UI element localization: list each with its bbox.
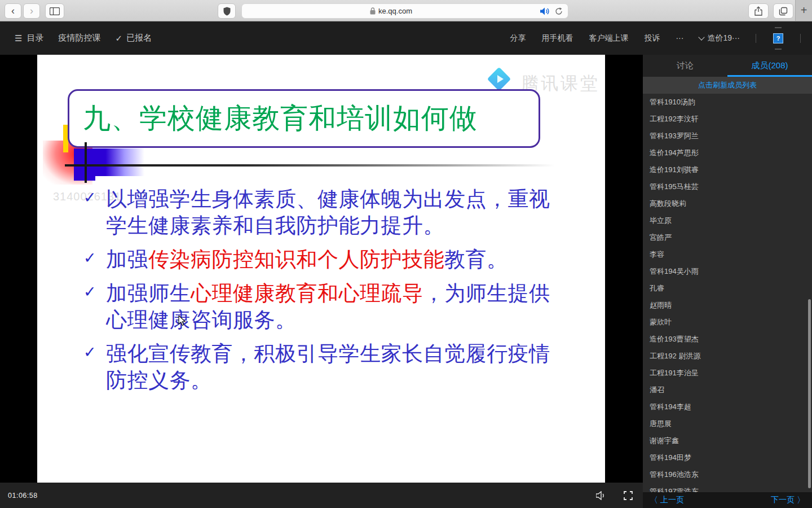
member-name: 孔睿 [650, 283, 664, 294]
header-action[interactable]: 投诉 [644, 33, 660, 43]
member-list-item: 工程192李汶轩 [643, 111, 812, 128]
member-list-item: 孔睿 [643, 280, 812, 297]
header-action[interactable]: ··· [676, 33, 683, 43]
next-page-label: 下一页 [771, 495, 795, 505]
member-name: 谢谢宇鑫 [650, 436, 679, 446]
member-list-item: 蒙欣叶 [643, 314, 812, 331]
toc-button[interactable]: ☰ 目录 [15, 33, 43, 43]
lock-icon [370, 7, 376, 15]
sidebar-toggle-button[interactable] [45, 3, 64, 19]
reload-icon[interactable] [555, 7, 563, 15]
address-bar[interactable]: ke.qq.com [241, 3, 568, 19]
member-list-item: 毕立原 [643, 212, 812, 229]
sidebar: 讨论 成员(208) 点击刷新成员列表 管科1910汤韵 工程192李汶轩 管科… [643, 55, 812, 508]
browser-toolbar: ‹ › [0, 0, 812, 21]
member-name: 造价193曹望杰 [650, 334, 699, 344]
member-list[interactable]: 管科1910汤韵 工程192李汶轩 管科193罗阿兰 造价194芦思彤 造价19… [643, 94, 812, 492]
header-action[interactable]: 用手机看 [541, 33, 573, 43]
divider [800, 34, 801, 43]
forward-button[interactable]: › [23, 3, 40, 19]
bullet-text-segment: 强化宣传教育，积极引导学生家长自觉履行疫情防控义务。 [106, 342, 550, 392]
shield-icon [223, 7, 231, 16]
slide-title-box: 九、学校健康教育和培训如何做 [68, 89, 540, 148]
share-icon [754, 6, 762, 16]
sidebar-tab[interactable]: 成员(208) [727, 55, 812, 77]
privacy-shield-button[interactable] [218, 3, 236, 19]
sidebar-tab[interactable]: 讨论 [643, 55, 727, 77]
bullet-text: 加强传染病防控知识和个人防护技能教育。 [106, 246, 551, 273]
enrolled-label: 已报名 [126, 33, 152, 43]
member-list-item: 李容 [643, 246, 812, 263]
fullscreen-icon[interactable] [624, 491, 633, 500]
new-tab-button[interactable]: + [795, 0, 812, 21]
bullet-text-segment: 加强师生 [106, 282, 191, 305]
member-name: 工程192李汶轩 [650, 114, 699, 124]
angle-left-icon: 〈 [650, 495, 658, 506]
audio-playing-icon[interactable] [540, 7, 550, 15]
member-list-item: 造价194芦思彤 [643, 144, 812, 161]
course-title: 疫情防控课 [58, 33, 100, 43]
member-list-item: 管科1910汤韵 [643, 94, 812, 111]
member-list-item: 工程191李治呈 [643, 365, 812, 382]
volume-icon[interactable] [596, 491, 607, 500]
slide-bullet: ✓ 以增强学生身体素质、健康体魄为出发点，重视学生健康素养和自我防护能力提升。 [83, 186, 568, 239]
hamburger-icon: ☰ [15, 33, 22, 43]
url-text: ke.qq.com [378, 7, 412, 15]
bullet-text: 加强师生心理健康教育和心理疏导，为师生提供心理健康咨询服务。 [106, 280, 551, 333]
checkmark-icon: ✓ [83, 246, 106, 273]
header-action[interactable]: 分享 [510, 33, 526, 43]
chevron-down-icon [699, 34, 705, 40]
header-action[interactable]: 客户端上课 [589, 33, 628, 43]
mouse-cursor-icon [178, 316, 186, 327]
enrolled-badge: ✓ 已报名 [115, 33, 152, 43]
share-page-button[interactable] [748, 3, 769, 19]
member-list-item: 赵雨晴 [643, 297, 812, 314]
decoration-vertical-line [85, 142, 87, 183]
decoration-horizontal-line [65, 164, 575, 167]
member-list-item: 管科196池浩东 [643, 466, 812, 483]
video-viewer[interactable]: 腾讯课堂 3140026131 九、学校健康教育和培训如何做 ✓ 以增强学生身体… [0, 55, 643, 483]
account-dropdown[interactable]: 造价19··· [699, 33, 740, 43]
next-page-button[interactable]: 下一页 〉 [771, 495, 805, 506]
member-list-item: 高数段晓莉 [643, 195, 812, 212]
back-button[interactable]: ‹ [5, 3, 21, 19]
bullet-text-segment: 教育。 [444, 248, 508, 271]
member-list-item: 管科197雷浩东 [643, 483, 812, 492]
check-icon: ✓ [115, 33, 122, 43]
slide-bullet: ✓ 强化宣传教育，积极引导学生家长自觉履行疫情防控义务。 [83, 340, 568, 393]
sidebar-tabs: 讨论 成员(208) [643, 55, 812, 77]
member-pagination: 〈 上一页 下一页 〉 [643, 492, 812, 508]
checkmark-icon: ✓ [83, 340, 106, 393]
member-name: 管科195马桂芸 [650, 182, 699, 192]
member-name: 宫皓严 [650, 233, 672, 243]
member-list-item: 造价193曹望杰 [643, 331, 812, 348]
refresh-members-button[interactable]: 点击刷新成员列表 [643, 77, 812, 94]
member-name: 潘召 [650, 385, 664, 395]
member-name: 工程191李治呈 [650, 368, 699, 378]
sidebar-toggle-icon [50, 7, 60, 15]
bullet-text-segment: 加强 [106, 248, 148, 271]
member-name: 管科196池浩东 [650, 470, 699, 480]
presentation-slide: 腾讯课堂 3140026131 九、学校健康教育和培训如何做 ✓ 以增强学生身体… [37, 55, 605, 483]
member-name: 管科1910汤韵 [650, 97, 695, 107]
prev-page-button[interactable]: 〈 上一页 [650, 495, 684, 506]
divider [775, 27, 782, 28]
member-name: 唐思展 [650, 419, 672, 429]
account-label: 造价19··· [707, 33, 740, 43]
bullet-text-segment: 以增强学生身体素质、健康体魄为出发点，重视学生健康素养和自我防护能力提升。 [106, 187, 550, 237]
member-list-item: 管科194李超 [643, 398, 812, 415]
avatar: ? [772, 27, 784, 50]
member-list-item: 潘召 [643, 382, 812, 398]
prev-page-label: 上一页 [660, 495, 684, 505]
member-list-item: 管科195马桂芸 [643, 178, 812, 195]
bullet-text: 以增强学生身体素质、健康体魄为出发点，重视学生健康素养和自我防护能力提升。 [106, 186, 551, 239]
slide-bullet: ✓ 加强传染病防控知识和个人防护技能教育。 [83, 246, 568, 273]
member-list-item: 管科194吴小雨 [643, 263, 812, 280]
scrollbar-thumb[interactable] [808, 299, 811, 488]
divider [756, 34, 756, 43]
divider [775, 49, 782, 50]
tab-overview-button[interactable] [773, 3, 793, 19]
member-name: 高数段晓莉 [650, 199, 686, 209]
member-name: 管科197雷浩东 [650, 487, 699, 492]
app-window: ‹ › [0, 0, 812, 508]
